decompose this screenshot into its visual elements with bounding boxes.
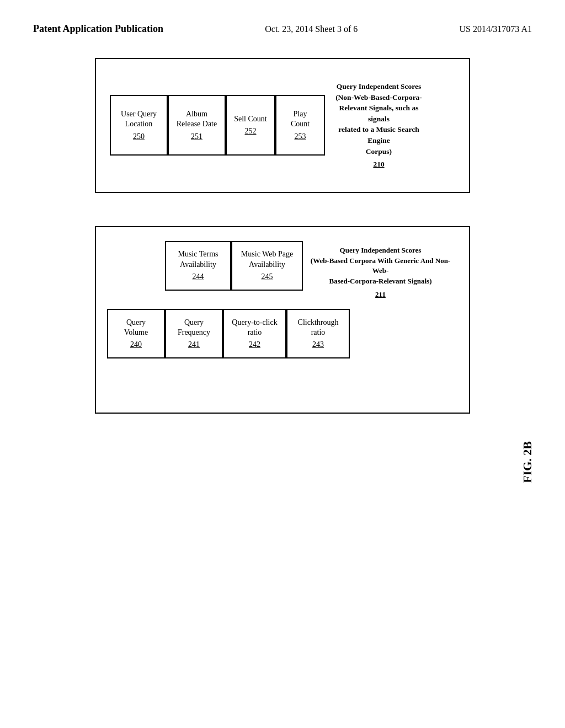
bottom-bottom-row: Query Volume 240 Query Frequency 241 Que… <box>107 309 458 358</box>
box-music-web-page-availability: Music Web PageAvailability 245 <box>231 241 303 291</box>
box-label-sell-count: Sell Count <box>234 114 267 124</box>
box-id-250: 250 <box>133 132 145 142</box>
box-id-242: 242 <box>249 340 260 350</box>
box-id-245: 245 <box>262 272 273 282</box>
box-id-253: 253 <box>295 132 306 142</box>
box-id-243: 243 <box>312 340 324 350</box>
top-diagram-desc: Query Independent Scores(Non-Web-Based-C… <box>331 76 427 175</box>
box-query-to-click-ratio: Query-to-click ratio 242 <box>223 309 286 358</box>
header-right: US 2014/317073 A1 <box>459 22 532 34</box>
bottom-desc-id: 211 <box>375 290 386 300</box>
box-music-terms-availability: Music TermsAvailability 244 <box>165 241 231 291</box>
bottom-diagram-desc: Query Independent Scores(Web-Based Corpo… <box>303 241 458 304</box>
publication-date-sheet: Oct. 23, 2014 Sheet 3 of 6 <box>265 24 358 34</box>
box-id-244: 244 <box>193 272 204 282</box>
header: Patent Application Publication Oct. 23, … <box>0 0 565 47</box>
box-label-query-to-click-ratio: Query-to-click ratio <box>230 318 280 338</box>
box-play-count: Play Count 253 <box>275 95 325 156</box>
header-left: Patent Application Publication <box>33 22 163 36</box>
top-diagram: User Query Location 250 Album Release Da… <box>95 58 470 193</box>
box-label-album-release-date: Album Release Date <box>175 109 218 129</box>
header-center: Oct. 23, 2014 Sheet 3 of 6 <box>265 22 358 34</box>
box-query-frequency: Query Frequency 241 <box>165 309 223 358</box>
box-label-clickthrough-ratio: Clickthrough ratio <box>293 318 343 338</box>
box-id-240: 240 <box>130 340 142 350</box>
box-id-251: 251 <box>191 132 202 142</box>
box-user-query-location: User Query Location 250 <box>110 95 168 156</box>
box-label-user-query-location: User Query Location <box>118 109 160 129</box>
fig-label: FIG. 2B <box>520 441 535 483</box>
box-query-volume: Query Volume 240 <box>107 309 165 358</box>
publication-number: US 2014/317073 A1 <box>459 24 532 34</box>
bottom-diagram: Music TermsAvailability 244 Music Web Pa… <box>95 226 470 414</box>
bottom-top-boxes: Music TermsAvailability 244 Music Web Pa… <box>107 241 303 304</box>
box-label-music-terms: Music TermsAvailability <box>178 249 218 269</box>
top-desc-title: Query Independent Scores(Non-Web-Based-C… <box>335 81 423 157</box>
publication-title: Patent Application Publication <box>33 23 163 34</box>
box-album-release-date: Album Release Date 251 <box>168 95 226 156</box>
box-id-241: 241 <box>188 340 200 350</box>
top-desc-id: 210 <box>373 159 384 170</box>
box-sell-count: Sell Count 252 <box>226 95 275 156</box>
bottom-top-row: Music TermsAvailability 244 Music Web Pa… <box>107 241 458 304</box>
box-label-play-count: Play Count <box>283 109 317 129</box>
box-id-252: 252 <box>245 126 257 136</box>
bottom-desc-title: Query Independent Scores(Web-Based Corpo… <box>308 245 452 287</box>
box-label-query-frequency: Query Frequency <box>172 318 216 338</box>
box-clickthrough-ratio: Clickthrough ratio 243 <box>286 309 350 358</box>
box-label-query-volume: Query Volume <box>114 318 158 338</box>
box-label-music-web-page: Music Web PageAvailability <box>241 249 293 269</box>
main-content: User Query Location 250 Album Release Da… <box>0 47 565 425</box>
